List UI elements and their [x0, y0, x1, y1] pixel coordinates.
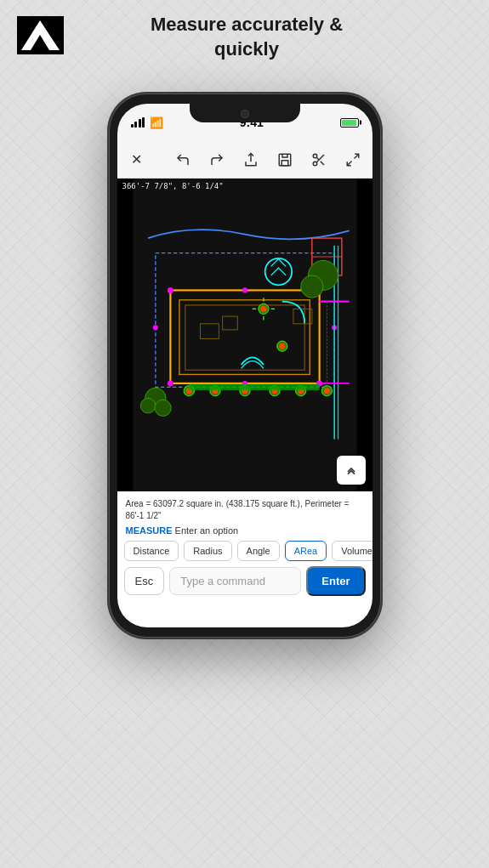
svg-point-47: [279, 343, 285, 349]
command-input[interactable]: Type a command: [169, 567, 301, 595]
drawing-area[interactable]: 366'-7 7/8", 8'-6 1/4": [117, 179, 372, 491]
app-toolbar: ✕: [117, 141, 372, 179]
svg-point-3: [313, 154, 317, 158]
option-angle[interactable]: Angle: [237, 541, 280, 561]
svg-point-52: [300, 275, 322, 298]
coordinates-display: 366'-7 7/8", 8'-6 1/4": [122, 182, 224, 190]
bottom-panel: Area = 63097.2 square in. (438.175 squar…: [117, 491, 372, 627]
save-button[interactable]: [274, 148, 296, 172]
svg-rect-55: [189, 384, 319, 390]
page-headline: Measure accurately & quickly: [64, 13, 472, 61]
phone-screen: 📶 9:41 ✕: [117, 104, 372, 627]
svg-point-50: [154, 400, 170, 416]
scissors-button[interactable]: [308, 148, 330, 172]
phone-notch: [190, 104, 300, 122]
option-radius[interactable]: Radius: [184, 541, 231, 561]
share-button[interactable]: [240, 148, 262, 172]
options-row: Distance Radius Angle ARea Volume: [117, 541, 372, 566]
header: Measure accurately & quickly: [0, 0, 489, 70]
svg-point-20: [152, 325, 157, 330]
svg-point-4: [313, 162, 317, 166]
phone-frame: 📶 9:41 ✕: [109, 94, 381, 638]
svg-line-9: [347, 161, 351, 165]
command-row: Esc Type a command Enter: [117, 566, 372, 596]
option-volume[interactable]: Volume: [332, 541, 372, 561]
logo: [17, 16, 64, 58]
svg-rect-10: [133, 179, 356, 491]
svg-point-49: [140, 398, 156, 413]
svg-point-45: [323, 388, 329, 394]
svg-line-6: [320, 161, 323, 164]
enter-button[interactable]: Enter: [306, 566, 365, 596]
svg-point-13: [167, 287, 173, 293]
chevron-up-button[interactable]: [337, 456, 366, 485]
measure-prompt: MEASURE Enter an option: [117, 525, 372, 541]
measure-info: Area = 63097.2 square in. (438.175 squar…: [117, 491, 372, 525]
esc-button[interactable]: Esc: [124, 567, 165, 595]
expand-button[interactable]: [342, 148, 364, 172]
status-right: [340, 118, 359, 128]
measure-keyword: MEASURE: [126, 525, 173, 536]
svg-line-8: [354, 154, 358, 158]
option-area[interactable]: ARea: [285, 541, 327, 561]
svg-point-29: [260, 306, 266, 312]
option-distance[interactable]: Distance: [124, 541, 179, 561]
svg-line-7: [316, 157, 319, 160]
svg-point-15: [167, 380, 173, 386]
battery-icon: [340, 118, 359, 128]
camera-indicator: [241, 110, 249, 118]
undo-button[interactable]: [172, 148, 194, 172]
signal-icon: [131, 117, 145, 128]
close-button[interactable]: ✕: [126, 148, 148, 172]
svg-point-17: [242, 287, 247, 292]
prompt-text-value: Enter an option: [175, 525, 239, 536]
wifi-icon: 📶: [150, 116, 163, 129]
status-left: 📶: [131, 116, 164, 129]
redo-button[interactable]: [206, 148, 228, 172]
